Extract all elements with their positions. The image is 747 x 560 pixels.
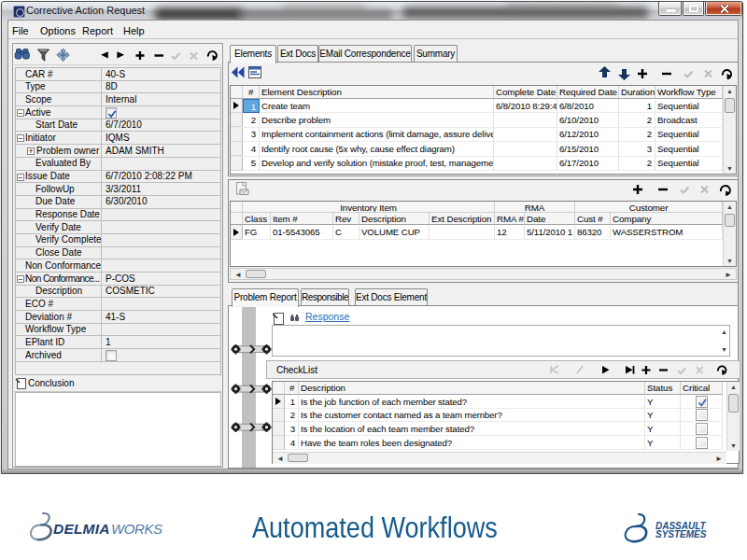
svg-text:SYSTEMES: SYSTEMES — [655, 529, 707, 539]
svg-text:WORKS: WORKS — [111, 521, 162, 537]
svg-text:DELMIA: DELMIA — [53, 521, 110, 537]
